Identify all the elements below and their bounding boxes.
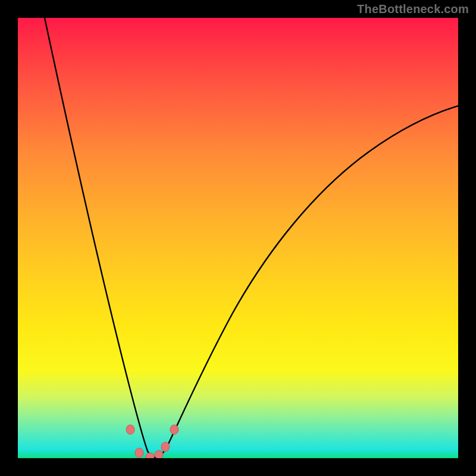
- marker-dot: [146, 453, 154, 458]
- bottleneck-curve: [18, 18, 458, 458]
- marker-dot: [155, 450, 163, 458]
- watermark-text: TheBottleneck.com: [357, 2, 469, 16]
- curve-right-branch: [155, 106, 458, 458]
- curve-left-branch: [45, 18, 155, 458]
- marker-dot: [161, 442, 170, 452]
- marker-dot: [170, 425, 178, 434]
- chart-plot-area: [18, 18, 458, 458]
- marker-dot: [126, 425, 134, 434]
- curve-markers: [126, 425, 178, 458]
- marker-dot: [135, 448, 143, 458]
